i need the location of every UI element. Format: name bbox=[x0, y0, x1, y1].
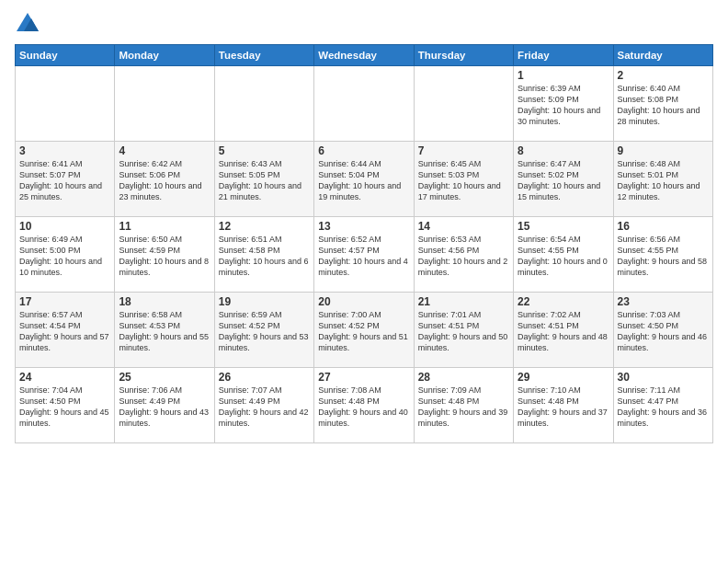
day-number: 27 bbox=[318, 371, 409, 384]
day-number: 29 bbox=[518, 371, 609, 384]
calendar-cell: 26Sunrise: 7:07 AM Sunset: 4:49 PM Dayli… bbox=[214, 368, 313, 443]
day-number: 26 bbox=[219, 371, 310, 384]
calendar-cell: 11Sunrise: 6:50 AM Sunset: 4:59 PM Dayli… bbox=[115, 217, 214, 293]
calendar-cell: 30Sunrise: 7:11 AM Sunset: 4:47 PM Dayli… bbox=[613, 368, 712, 443]
calendar-cell: 29Sunrise: 7:10 AM Sunset: 4:48 PM Dayli… bbox=[514, 368, 613, 443]
calendar-cell bbox=[16, 66, 115, 142]
day-number: 6 bbox=[318, 144, 409, 157]
calendar-header-row: SundayMondayTuesdayWednesdayThursdayFrid… bbox=[16, 45, 713, 66]
day-info: Sunrise: 7:06 AM Sunset: 4:49 PM Dayligh… bbox=[119, 385, 210, 430]
day-header: Monday bbox=[115, 45, 214, 66]
calendar-cell: 2Sunrise: 6:40 AM Sunset: 5:08 PM Daylig… bbox=[613, 66, 712, 142]
day-number: 16 bbox=[618, 220, 709, 233]
day-header: Sunday bbox=[16, 45, 115, 66]
day-number: 12 bbox=[219, 220, 310, 233]
day-number: 30 bbox=[618, 371, 709, 384]
day-info: Sunrise: 6:52 AM Sunset: 4:57 PM Dayligh… bbox=[318, 234, 409, 279]
calendar-cell: 1Sunrise: 6:39 AM Sunset: 5:09 PM Daylig… bbox=[514, 66, 613, 142]
calendar-cell bbox=[414, 66, 513, 142]
calendar-cell: 7Sunrise: 6:45 AM Sunset: 5:03 PM Daylig… bbox=[414, 142, 513, 217]
day-info: Sunrise: 7:03 AM Sunset: 4:50 PM Dayligh… bbox=[618, 309, 709, 354]
day-info: Sunrise: 6:41 AM Sunset: 5:07 PM Dayligh… bbox=[19, 158, 110, 203]
day-number: 23 bbox=[618, 295, 709, 308]
calendar-cell: 18Sunrise: 6:58 AM Sunset: 4:53 PM Dayli… bbox=[115, 293, 214, 368]
calendar-cell: 19Sunrise: 6:59 AM Sunset: 4:52 PM Dayli… bbox=[214, 293, 313, 368]
calendar-cell: 22Sunrise: 7:02 AM Sunset: 4:51 PM Dayli… bbox=[514, 293, 613, 368]
day-info: Sunrise: 6:42 AM Sunset: 5:06 PM Dayligh… bbox=[119, 158, 210, 203]
day-info: Sunrise: 6:58 AM Sunset: 4:53 PM Dayligh… bbox=[119, 309, 210, 354]
day-header: Saturday bbox=[613, 45, 712, 66]
day-header: Wednesday bbox=[314, 45, 414, 66]
day-number: 20 bbox=[318, 295, 409, 308]
calendar-week-row: 24Sunrise: 7:04 AM Sunset: 4:50 PM Dayli… bbox=[16, 368, 713, 443]
calendar-cell: 14Sunrise: 6:53 AM Sunset: 4:56 PM Dayli… bbox=[414, 217, 513, 293]
page: SundayMondayTuesdayWednesdayThursdayFrid… bbox=[0, 0, 728, 451]
day-number: 4 bbox=[119, 144, 210, 157]
day-number: 28 bbox=[418, 371, 509, 384]
day-number: 15 bbox=[518, 220, 609, 233]
logo bbox=[15, 11, 44, 37]
day-number: 5 bbox=[219, 144, 310, 157]
calendar-cell bbox=[115, 66, 214, 142]
day-number: 25 bbox=[119, 371, 210, 384]
calendar-body: 1Sunrise: 6:39 AM Sunset: 5:09 PM Daylig… bbox=[16, 66, 713, 443]
day-info: Sunrise: 6:47 AM Sunset: 5:02 PM Dayligh… bbox=[518, 158, 609, 203]
calendar-cell: 12Sunrise: 6:51 AM Sunset: 4:58 PM Dayli… bbox=[214, 217, 313, 293]
calendar-cell: 5Sunrise: 6:43 AM Sunset: 5:05 PM Daylig… bbox=[214, 142, 313, 217]
day-info: Sunrise: 6:45 AM Sunset: 5:03 PM Dayligh… bbox=[418, 158, 509, 203]
day-info: Sunrise: 6:56 AM Sunset: 4:55 PM Dayligh… bbox=[618, 234, 709, 279]
day-info: Sunrise: 7:00 AM Sunset: 4:52 PM Dayligh… bbox=[318, 309, 409, 354]
day-number: 1 bbox=[518, 69, 609, 82]
calendar-cell: 17Sunrise: 6:57 AM Sunset: 4:54 PM Dayli… bbox=[16, 293, 115, 368]
day-number: 10 bbox=[19, 220, 110, 233]
day-info: Sunrise: 6:40 AM Sunset: 5:08 PM Dayligh… bbox=[618, 83, 709, 128]
day-number: 14 bbox=[418, 220, 509, 233]
day-info: Sunrise: 6:53 AM Sunset: 4:56 PM Dayligh… bbox=[418, 234, 509, 279]
calendar: SundayMondayTuesdayWednesdayThursdayFrid… bbox=[15, 44, 713, 443]
day-number: 3 bbox=[19, 144, 110, 157]
calendar-cell: 6Sunrise: 6:44 AM Sunset: 5:04 PM Daylig… bbox=[314, 142, 414, 217]
day-header: Thursday bbox=[414, 45, 513, 66]
day-number: 24 bbox=[19, 371, 110, 384]
day-number: 22 bbox=[518, 295, 609, 308]
calendar-cell: 4Sunrise: 6:42 AM Sunset: 5:06 PM Daylig… bbox=[115, 142, 214, 217]
calendar-week-row: 17Sunrise: 6:57 AM Sunset: 4:54 PM Dayli… bbox=[16, 293, 713, 368]
day-info: Sunrise: 7:11 AM Sunset: 4:47 PM Dayligh… bbox=[618, 385, 709, 430]
calendar-cell bbox=[314, 66, 414, 142]
calendar-cell: 20Sunrise: 7:00 AM Sunset: 4:52 PM Dayli… bbox=[314, 293, 414, 368]
calendar-cell: 28Sunrise: 7:09 AM Sunset: 4:48 PM Dayli… bbox=[414, 368, 513, 443]
calendar-cell: 9Sunrise: 6:48 AM Sunset: 5:01 PM Daylig… bbox=[613, 142, 712, 217]
day-info: Sunrise: 7:07 AM Sunset: 4:49 PM Dayligh… bbox=[219, 385, 310, 430]
calendar-week-row: 3Sunrise: 6:41 AM Sunset: 5:07 PM Daylig… bbox=[16, 142, 713, 217]
day-number: 9 bbox=[618, 144, 709, 157]
day-number: 19 bbox=[219, 295, 310, 308]
day-info: Sunrise: 6:57 AM Sunset: 4:54 PM Dayligh… bbox=[19, 309, 110, 354]
calendar-week-row: 10Sunrise: 6:49 AM Sunset: 5:00 PM Dayli… bbox=[16, 217, 713, 293]
day-info: Sunrise: 6:39 AM Sunset: 5:09 PM Dayligh… bbox=[518, 83, 609, 128]
day-number: 21 bbox=[418, 295, 509, 308]
day-info: Sunrise: 6:43 AM Sunset: 5:05 PM Dayligh… bbox=[219, 158, 310, 203]
day-info: Sunrise: 6:51 AM Sunset: 4:58 PM Dayligh… bbox=[219, 234, 310, 279]
day-number: 2 bbox=[618, 69, 709, 82]
calendar-cell: 10Sunrise: 6:49 AM Sunset: 5:00 PM Dayli… bbox=[16, 217, 115, 293]
day-info: Sunrise: 7:04 AM Sunset: 4:50 PM Dayligh… bbox=[19, 385, 110, 430]
day-info: Sunrise: 6:59 AM Sunset: 4:52 PM Dayligh… bbox=[219, 309, 310, 354]
day-info: Sunrise: 7:08 AM Sunset: 4:48 PM Dayligh… bbox=[318, 385, 409, 430]
calendar-cell: 21Sunrise: 7:01 AM Sunset: 4:51 PM Dayli… bbox=[414, 293, 513, 368]
day-info: Sunrise: 6:50 AM Sunset: 4:59 PM Dayligh… bbox=[119, 234, 210, 279]
day-header: Tuesday bbox=[214, 45, 313, 66]
day-info: Sunrise: 6:49 AM Sunset: 5:00 PM Dayligh… bbox=[19, 234, 110, 279]
day-info: Sunrise: 7:02 AM Sunset: 4:51 PM Dayligh… bbox=[518, 309, 609, 354]
logo-icon bbox=[15, 11, 40, 37]
day-info: Sunrise: 7:10 AM Sunset: 4:48 PM Dayligh… bbox=[518, 385, 609, 430]
calendar-cell bbox=[214, 66, 313, 142]
day-number: 13 bbox=[318, 220, 409, 233]
day-info: Sunrise: 6:54 AM Sunset: 4:55 PM Dayligh… bbox=[518, 234, 609, 279]
calendar-cell: 8Sunrise: 6:47 AM Sunset: 5:02 PM Daylig… bbox=[514, 142, 613, 217]
calendar-cell: 27Sunrise: 7:08 AM Sunset: 4:48 PM Dayli… bbox=[314, 368, 414, 443]
day-info: Sunrise: 6:48 AM Sunset: 5:01 PM Dayligh… bbox=[618, 158, 709, 203]
calendar-cell: 13Sunrise: 6:52 AM Sunset: 4:57 PM Dayli… bbox=[314, 217, 414, 293]
day-number: 11 bbox=[119, 220, 210, 233]
header bbox=[15, 11, 713, 37]
day-number: 7 bbox=[418, 144, 509, 157]
